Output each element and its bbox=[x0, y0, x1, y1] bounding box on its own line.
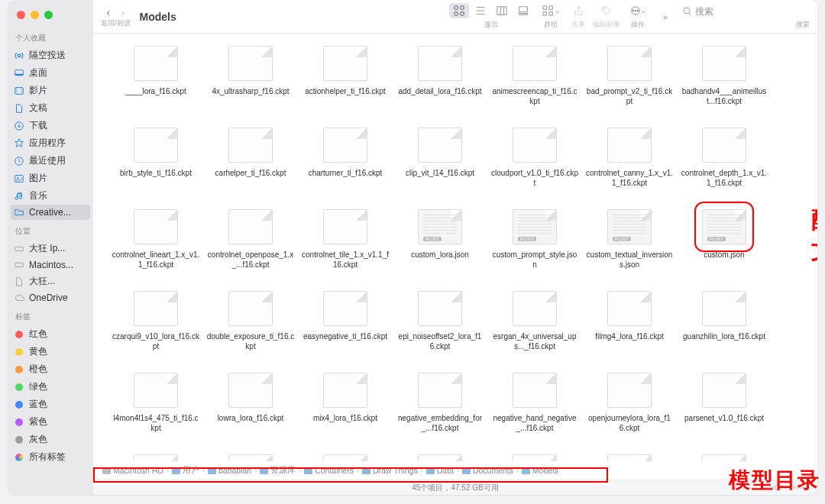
breadcrumb-item[interactable]: Models bbox=[522, 466, 558, 475]
file-name: bad_prompt_v2_ti_f16.ckpt bbox=[585, 87, 674, 106]
sidebar-tag[interactable]: 橙色 bbox=[8, 360, 93, 378]
sidebar-item-desktop[interactable]: 桌面 bbox=[8, 64, 93, 82]
sidebar-location[interactable]: 大狂 Ip... bbox=[8, 240, 93, 257]
sidebar-location[interactable]: Macintos... bbox=[8, 257, 93, 273]
list-view-button[interactable] bbox=[471, 3, 490, 18]
file-item[interactable]: epi_noiseoffset2_lora_f16.ckpt bbox=[396, 291, 484, 351]
sidebar-tag[interactable]: 灰色 bbox=[8, 431, 93, 448]
breadcrumb-item[interactable]: Macintosh HD bbox=[102, 466, 163, 475]
gallery-view-button[interactable] bbox=[513, 3, 533, 18]
file-item[interactable]: 4x_ultrasharp_f16.ckpt bbox=[206, 46, 295, 106]
chevron-right-icon: › bbox=[516, 467, 519, 474]
file-item[interactable]: badhandv4___animeillust...f16.ckpt bbox=[680, 46, 768, 106]
file-item[interactable]: parsenet_v1.0_f16.ckpt bbox=[680, 373, 768, 433]
file-name: custom.json bbox=[704, 250, 744, 260]
sidebar-item-movies[interactable]: 影片 bbox=[8, 82, 93, 99]
sidebar-item-downloads[interactable]: 下载 bbox=[8, 117, 93, 134]
sidebar-location[interactable]: 大狂... bbox=[8, 273, 93, 290]
file-item[interactable]: negative_hand_negative_...f16.ckpt bbox=[490, 373, 579, 433]
file-item[interactable] bbox=[585, 454, 674, 461]
file-item[interactable]: double_exposure_ti_f16.ckpt bbox=[206, 291, 295, 351]
folder-icon bbox=[522, 467, 530, 474]
file-item[interactable]: clip_vit_l14_f16.ckpt bbox=[396, 128, 484, 188]
breadcrumb-item[interactable]: Containers bbox=[304, 466, 354, 475]
file-item[interactable]: czarqui9_v10_lora_f16.ckpt bbox=[112, 291, 200, 351]
breadcrumb-item[interactable]: Documents bbox=[462, 466, 513, 475]
file-item[interactable]: l4mon4l1s4_475_ti_f16.ckpt bbox=[112, 373, 200, 433]
sidebar-item-documents[interactable]: 文稿 bbox=[8, 99, 93, 117]
file-item[interactable]: PLISTcustom.json配置文件 bbox=[680, 209, 768, 270]
actions-button[interactable]: ⌄ bbox=[625, 3, 651, 18]
group-button[interactable]: ⌄ bbox=[538, 3, 564, 18]
file-item[interactable]: add_detail_lora_f16.ckpt bbox=[396, 46, 484, 106]
breadcrumb-item[interactable]: 用户 bbox=[172, 465, 199, 476]
file-icon bbox=[134, 128, 178, 163]
file-item[interactable]: carhelper_ti_f16.ckpt bbox=[206, 128, 295, 188]
sidebar-item-apps[interactable]: 应用程序 bbox=[8, 134, 93, 152]
file-item[interactable]: controlnet_canny_1.x_v1.1_f16.ckpt bbox=[585, 128, 674, 188]
all-tags[interactable]: 所有标签 bbox=[8, 448, 93, 466]
file-item[interactable]: bad_prompt_v2_ti_f16.ckpt bbox=[585, 46, 674, 106]
file-item[interactable] bbox=[396, 454, 484, 461]
file-item[interactable]: controlnet_lineart_1.x_v1.1_f16.ckpt bbox=[112, 209, 200, 270]
file-item[interactable]: esrgan_4x_universal_ups..._f16.ckpt bbox=[490, 291, 579, 351]
sidebar-tag[interactable]: 黄色 bbox=[8, 343, 93, 360]
file-item[interactable]: animescreencap_ti_f16.ckpt bbox=[490, 46, 579, 106]
file-name: l4mon4l1s4_475_ti_f16.ckpt bbox=[112, 414, 200, 433]
sidebar-item-recents[interactable]: 最近使用 bbox=[8, 152, 93, 170]
sidebar-item-music[interactable]: 音乐 bbox=[8, 187, 93, 205]
breadcrumb-item[interactable]: 资源库 bbox=[260, 465, 296, 476]
breadcrumb-item[interactable]: Draw Things bbox=[362, 466, 418, 475]
share-button[interactable] bbox=[568, 3, 588, 18]
svg-point-30 bbox=[635, 10, 636, 11]
file-item[interactable]: PLISTcustom_lora.json bbox=[396, 209, 484, 270]
file-item[interactable] bbox=[112, 454, 200, 461]
sidebar-tag[interactable]: 紫色 bbox=[8, 413, 93, 431]
icon-view-button[interactable] bbox=[449, 3, 469, 18]
sidebar-location[interactable]: OneDrive bbox=[8, 290, 93, 305]
file-item[interactable]: lowra_lora_f16.ckpt bbox=[206, 373, 295, 433]
file-item[interactable]: guanzhilin_lora_f16.ckpt bbox=[680, 291, 768, 351]
expand-toolbar-button[interactable]: » bbox=[655, 9, 675, 24]
chevron-right-icon: › bbox=[457, 467, 459, 474]
file-item[interactable]: openjourneylora_lora_f16.ckpt bbox=[585, 373, 674, 433]
file-name: controlnet_canny_1.x_v1.1_f16.ckpt bbox=[585, 169, 674, 188]
sidebar-tag[interactable]: 红色 bbox=[8, 325, 93, 343]
file-item[interactable]: controlnet_tile_1.x_v1.1_f16.ckpt bbox=[301, 209, 390, 270]
forward-button[interactable]: › bbox=[121, 5, 125, 18]
svg-rect-20 bbox=[519, 7, 528, 12]
file-icon bbox=[134, 373, 178, 408]
sidebar-item-pictures[interactable]: 图片 bbox=[8, 170, 93, 187]
file-item[interactable]: filmg4_lora_f16.ckpt bbox=[585, 291, 674, 351]
file-item[interactable]: easynegative_ti_f16.ckpt bbox=[301, 291, 390, 351]
edit-tags-button[interactable] bbox=[597, 3, 616, 18]
file-name: mix4_lora_f16.ckpt bbox=[313, 414, 377, 424]
file-item[interactable] bbox=[301, 454, 390, 461]
file-item[interactable]: negative_embedding_for_...f16.ckpt bbox=[396, 373, 484, 433]
file-item[interactable]: actionhelper_ti_f16.ckpt bbox=[301, 46, 390, 106]
sidebar-tag[interactable]: 蓝色 bbox=[8, 396, 93, 413]
file-item[interactable]: ____lora_f16.ckpt bbox=[112, 46, 200, 106]
file-item[interactable] bbox=[206, 454, 295, 461]
sidebar-item-airdrop[interactable]: 隔空投送 bbox=[8, 47, 93, 64]
close-icon[interactable] bbox=[17, 11, 25, 19]
minimize-icon[interactable] bbox=[31, 11, 39, 19]
file-item[interactable]: controlnet_openpose_1.x_...f16.ckpt bbox=[206, 209, 295, 270]
file-item[interactable]: controlnet_depth_1.x_v1.1_f16.ckpt bbox=[680, 128, 768, 188]
file-item[interactable]: PLISTcustom_textual_inversions.json bbox=[585, 209, 674, 270]
sidebar-tag[interactable]: 绿色 bbox=[8, 378, 93, 396]
file-item[interactable]: mix4_lora_f16.ckpt bbox=[301, 373, 390, 433]
fullscreen-icon[interactable] bbox=[44, 11, 53, 19]
file-item[interactable]: charturner_ti_f16.ckpt bbox=[301, 128, 390, 188]
file-item[interactable] bbox=[680, 454, 768, 461]
file-item[interactable]: birb_style_ti_f16.ckpt bbox=[112, 128, 200, 188]
file-item[interactable]: PLISTcustom_prompt_style.json bbox=[490, 209, 579, 270]
file-item[interactable] bbox=[490, 454, 579, 461]
breadcrumb-item[interactable]: bababian bbox=[208, 466, 251, 475]
column-view-button[interactable] bbox=[492, 3, 512, 18]
search-input[interactable]: 搜索 bbox=[680, 4, 810, 20]
back-button[interactable]: ‹ bbox=[106, 5, 110, 18]
sidebar-item-folder[interactable]: Creative... bbox=[11, 205, 90, 220]
file-item[interactable]: cloudport_v1.0_ti_f16.ckpt bbox=[490, 128, 579, 188]
breadcrumb-item[interactable]: Data bbox=[426, 466, 454, 475]
